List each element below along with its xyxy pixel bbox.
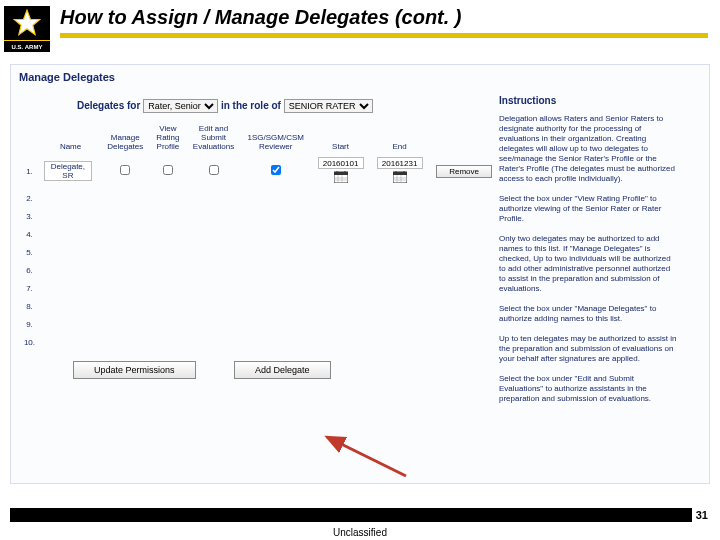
- classification-label: Unclassified: [0, 527, 720, 538]
- table-row: 3.: [19, 207, 499, 225]
- table-row: 8.: [19, 297, 499, 315]
- instructions-pane: Instructions Delegation allows Raters an…: [499, 95, 679, 414]
- footer-buttons: Update Permissions Add Delegate: [73, 359, 499, 379]
- instruction-text: Delegation allows Raters and Senior Rate…: [499, 114, 679, 184]
- svg-line-18: [327, 437, 406, 476]
- add-delegate-button[interactable]: Add Delegate: [234, 361, 331, 379]
- delegate-name[interactable]: Delegate, SR: [44, 161, 92, 181]
- table-row: 6.: [19, 261, 499, 279]
- star-icon: [13, 9, 41, 37]
- delegates-for-select[interactable]: Rater, Senior: [143, 99, 218, 113]
- edit-checkbox[interactable]: [209, 165, 219, 175]
- delegates-table: Name Manage Delegates View Rating Profil…: [19, 123, 499, 351]
- table-row: 7.: [19, 279, 499, 297]
- update-permissions-button[interactable]: Update Permissions: [73, 361, 196, 379]
- table-row: 5.: [19, 243, 499, 261]
- col-end: End: [370, 123, 429, 153]
- title-underline: [60, 33, 708, 38]
- col-start: Start: [311, 123, 370, 153]
- page-number: 31: [692, 508, 712, 522]
- pointer-arrow-icon: [321, 431, 411, 481]
- col-edit: Edit and Submit Evaluations: [187, 123, 241, 153]
- instruction-text: Select the box under "Edit and Submit Ev…: [499, 374, 679, 404]
- col-sgm: 1SG/SGM/CSM Reviewer: [241, 123, 312, 153]
- instructions-title: Instructions: [499, 95, 679, 106]
- manage-checkbox[interactable]: [120, 165, 130, 175]
- table-row: 4.: [19, 225, 499, 243]
- instruction-text: Only two delegates may be authorized to …: [499, 234, 679, 294]
- view-checkbox[interactable]: [163, 165, 173, 175]
- slide-title: How to Assign / Manage Delegates (cont. …: [60, 6, 708, 31]
- logo-subtext: U.S. ARMY: [4, 40, 50, 52]
- panel-title: Manage Delegates: [19, 71, 701, 83]
- svg-rect-2: [334, 172, 348, 175]
- row-num: 1.: [19, 153, 40, 189]
- footer-bar: [10, 508, 710, 522]
- instruction-text: Select the box under "View Rating Profil…: [499, 194, 679, 224]
- sgm-checkbox[interactable]: [271, 165, 281, 175]
- svg-marker-0: [14, 10, 40, 34]
- role-select[interactable]: SENIOR RATER: [284, 99, 373, 113]
- selector-row: Delegates for Rater, Senior in the role …: [77, 99, 499, 113]
- col-name: Name: [40, 123, 101, 153]
- col-view: View Rating Profile: [149, 123, 186, 153]
- army-logo: U.S. ARMY: [4, 6, 50, 52]
- table-row: 9.: [19, 315, 499, 333]
- table-row: 1. Delegate, SR: [19, 153, 499, 189]
- calendar-icon[interactable]: [334, 171, 348, 183]
- delegates-for-label: Delegates for: [77, 100, 140, 111]
- svg-rect-10: [393, 172, 407, 175]
- col-manage: Manage Delegates: [101, 123, 149, 153]
- table-header-row: Name Manage Delegates View Rating Profil…: [19, 123, 499, 153]
- instruction-text: Select the box under "Manage Delegates" …: [499, 304, 679, 324]
- in-role-label: in the role of: [221, 100, 281, 111]
- table-row: 2.: [19, 189, 499, 207]
- content-panel: Manage Delegates Delegates for Rater, Se…: [10, 64, 710, 484]
- slide-header: U.S. ARMY How to Assign / Manage Delegat…: [0, 0, 720, 52]
- start-date-input[interactable]: [318, 157, 364, 169]
- calendar-icon[interactable]: [393, 171, 407, 183]
- instruction-text: Up to ten delegates may be authorized to…: [499, 334, 679, 364]
- table-row: 10.: [19, 333, 499, 351]
- remove-button[interactable]: Remove: [436, 165, 492, 178]
- left-pane: Delegates for Rater, Senior in the role …: [19, 95, 499, 414]
- end-date-input[interactable]: [377, 157, 423, 169]
